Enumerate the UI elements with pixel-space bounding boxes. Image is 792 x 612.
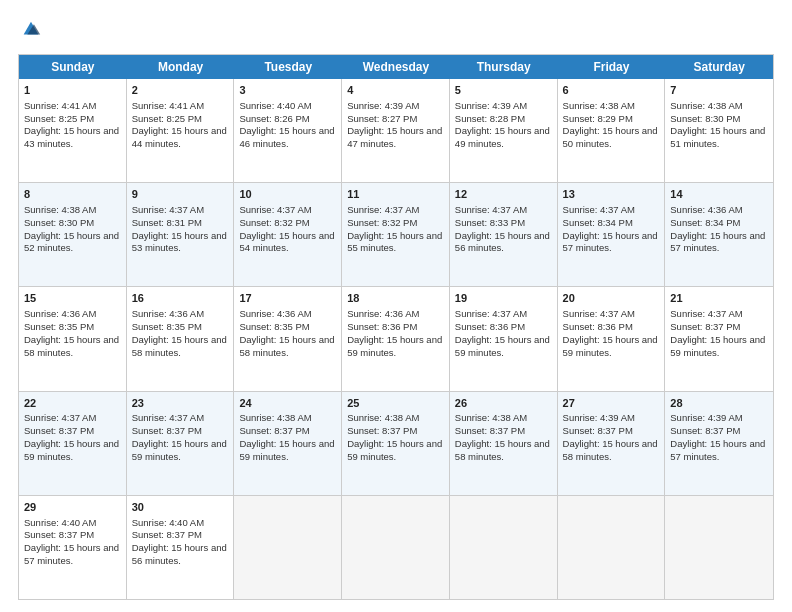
sunset-text: Sunset: 8:27 PM xyxy=(347,113,417,124)
sunset-text: Sunset: 8:37 PM xyxy=(132,425,202,436)
header-day-tuesday: Tuesday xyxy=(234,55,342,79)
day-cell-15: 15Sunrise: 4:36 AMSunset: 8:35 PMDayligh… xyxy=(19,287,127,390)
sunrise-text: Sunrise: 4:37 AM xyxy=(132,204,204,215)
calendar-row-2: 8Sunrise: 4:38 AMSunset: 8:30 PMDaylight… xyxy=(19,183,773,287)
sunset-text: Sunset: 8:37 PM xyxy=(347,425,417,436)
day-number: 17 xyxy=(239,291,336,306)
sunset-text: Sunset: 8:28 PM xyxy=(455,113,525,124)
day-cell-12: 12Sunrise: 4:37 AMSunset: 8:33 PMDayligh… xyxy=(450,183,558,286)
sunrise-text: Sunrise: 4:38 AM xyxy=(455,412,527,423)
sunset-text: Sunset: 8:32 PM xyxy=(239,217,309,228)
header-day-monday: Monday xyxy=(127,55,235,79)
calendar-row-1: 1Sunrise: 4:41 AMSunset: 8:25 PMDaylight… xyxy=(19,79,773,183)
day-cell-23: 23Sunrise: 4:37 AMSunset: 8:37 PMDayligh… xyxy=(127,392,235,495)
day-number: 11 xyxy=(347,187,444,202)
daylight-text: Daylight: 15 hours and 59 minutes. xyxy=(239,438,334,462)
calendar-header: SundayMondayTuesdayWednesdayThursdayFrid… xyxy=(19,55,773,79)
sunrise-text: Sunrise: 4:41 AM xyxy=(132,100,204,111)
daylight-text: Daylight: 15 hours and 59 minutes. xyxy=(24,438,119,462)
sunset-text: Sunset: 8:35 PM xyxy=(24,321,94,332)
day-cell-21: 21Sunrise: 4:37 AMSunset: 8:37 PMDayligh… xyxy=(665,287,773,390)
sunrise-text: Sunrise: 4:36 AM xyxy=(132,308,204,319)
sunrise-text: Sunrise: 4:39 AM xyxy=(455,100,527,111)
daylight-text: Daylight: 15 hours and 58 minutes. xyxy=(24,334,119,358)
day-number: 10 xyxy=(239,187,336,202)
daylight-text: Daylight: 15 hours and 43 minutes. xyxy=(24,125,119,149)
day-cell-2: 2Sunrise: 4:41 AMSunset: 8:25 PMDaylight… xyxy=(127,79,235,182)
sunset-text: Sunset: 8:34 PM xyxy=(670,217,740,228)
daylight-text: Daylight: 15 hours and 59 minutes. xyxy=(455,334,550,358)
daylight-text: Daylight: 15 hours and 55 minutes. xyxy=(347,230,442,254)
daylight-text: Daylight: 15 hours and 58 minutes. xyxy=(563,438,658,462)
sunset-text: Sunset: 8:36 PM xyxy=(347,321,417,332)
day-cell-26: 26Sunrise: 4:38 AMSunset: 8:37 PMDayligh… xyxy=(450,392,558,495)
daylight-text: Daylight: 15 hours and 46 minutes. xyxy=(239,125,334,149)
sunset-text: Sunset: 8:30 PM xyxy=(24,217,94,228)
calendar-row-5: 29Sunrise: 4:40 AMSunset: 8:37 PMDayligh… xyxy=(19,496,773,599)
day-cell-16: 16Sunrise: 4:36 AMSunset: 8:35 PMDayligh… xyxy=(127,287,235,390)
day-number: 24 xyxy=(239,396,336,411)
calendar: SundayMondayTuesdayWednesdayThursdayFrid… xyxy=(18,54,774,600)
daylight-text: Daylight: 15 hours and 59 minutes. xyxy=(563,334,658,358)
day-number: 16 xyxy=(132,291,229,306)
sunset-text: Sunset: 8:29 PM xyxy=(563,113,633,124)
day-number: 13 xyxy=(563,187,660,202)
sunset-text: Sunset: 8:32 PM xyxy=(347,217,417,228)
day-number: 23 xyxy=(132,396,229,411)
sunrise-text: Sunrise: 4:40 AM xyxy=(132,517,204,528)
header xyxy=(18,18,774,44)
sunrise-text: Sunrise: 4:39 AM xyxy=(670,412,742,423)
daylight-text: Daylight: 15 hours and 57 minutes. xyxy=(670,438,765,462)
daylight-text: Daylight: 15 hours and 59 minutes. xyxy=(347,334,442,358)
day-number: 30 xyxy=(132,500,229,515)
daylight-text: Daylight: 15 hours and 56 minutes. xyxy=(455,230,550,254)
logo xyxy=(18,18,42,44)
day-number: 14 xyxy=(670,187,768,202)
sunrise-text: Sunrise: 4:37 AM xyxy=(455,204,527,215)
sunrise-text: Sunrise: 4:37 AM xyxy=(670,308,742,319)
day-cell-17: 17Sunrise: 4:36 AMSunset: 8:35 PMDayligh… xyxy=(234,287,342,390)
daylight-text: Daylight: 15 hours and 58 minutes. xyxy=(132,334,227,358)
daylight-text: Daylight: 15 hours and 58 minutes. xyxy=(455,438,550,462)
day-cell-19: 19Sunrise: 4:37 AMSunset: 8:36 PMDayligh… xyxy=(450,287,558,390)
day-cell-4: 4Sunrise: 4:39 AMSunset: 8:27 PMDaylight… xyxy=(342,79,450,182)
header-day-saturday: Saturday xyxy=(665,55,773,79)
daylight-text: Daylight: 15 hours and 57 minutes. xyxy=(563,230,658,254)
header-day-wednesday: Wednesday xyxy=(342,55,450,79)
sunrise-text: Sunrise: 4:38 AM xyxy=(670,100,742,111)
day-number: 9 xyxy=(132,187,229,202)
day-cell-25: 25Sunrise: 4:38 AMSunset: 8:37 PMDayligh… xyxy=(342,392,450,495)
day-cell-28: 28Sunrise: 4:39 AMSunset: 8:37 PMDayligh… xyxy=(665,392,773,495)
day-number: 29 xyxy=(24,500,121,515)
day-number: 4 xyxy=(347,83,444,98)
sunset-text: Sunset: 8:33 PM xyxy=(455,217,525,228)
daylight-text: Daylight: 15 hours and 44 minutes. xyxy=(132,125,227,149)
day-cell-10: 10Sunrise: 4:37 AMSunset: 8:32 PMDayligh… xyxy=(234,183,342,286)
empty-cell xyxy=(665,496,773,599)
day-number: 28 xyxy=(670,396,768,411)
daylight-text: Daylight: 15 hours and 58 minutes. xyxy=(239,334,334,358)
day-cell-27: 27Sunrise: 4:39 AMSunset: 8:37 PMDayligh… xyxy=(558,392,666,495)
daylight-text: Daylight: 15 hours and 52 minutes. xyxy=(24,230,119,254)
day-cell-3: 3Sunrise: 4:40 AMSunset: 8:26 PMDaylight… xyxy=(234,79,342,182)
day-cell-18: 18Sunrise: 4:36 AMSunset: 8:36 PMDayligh… xyxy=(342,287,450,390)
day-cell-11: 11Sunrise: 4:37 AMSunset: 8:32 PMDayligh… xyxy=(342,183,450,286)
daylight-text: Daylight: 15 hours and 57 minutes. xyxy=(670,230,765,254)
day-cell-6: 6Sunrise: 4:38 AMSunset: 8:29 PMDaylight… xyxy=(558,79,666,182)
day-cell-22: 22Sunrise: 4:37 AMSunset: 8:37 PMDayligh… xyxy=(19,392,127,495)
sunrise-text: Sunrise: 4:37 AM xyxy=(239,204,311,215)
daylight-text: Daylight: 15 hours and 49 minutes. xyxy=(455,125,550,149)
daylight-text: Daylight: 15 hours and 59 minutes. xyxy=(132,438,227,462)
calendar-body: 1Sunrise: 4:41 AMSunset: 8:25 PMDaylight… xyxy=(19,79,773,599)
daylight-text: Daylight: 15 hours and 50 minutes. xyxy=(563,125,658,149)
sunrise-text: Sunrise: 4:37 AM xyxy=(24,412,96,423)
empty-cell xyxy=(558,496,666,599)
day-cell-24: 24Sunrise: 4:38 AMSunset: 8:37 PMDayligh… xyxy=(234,392,342,495)
header-day-thursday: Thursday xyxy=(450,55,558,79)
daylight-text: Daylight: 15 hours and 59 minutes. xyxy=(670,334,765,358)
sunset-text: Sunset: 8:25 PM xyxy=(24,113,94,124)
sunset-text: Sunset: 8:35 PM xyxy=(239,321,309,332)
day-cell-9: 9Sunrise: 4:37 AMSunset: 8:31 PMDaylight… xyxy=(127,183,235,286)
sunset-text: Sunset: 8:34 PM xyxy=(563,217,633,228)
day-cell-13: 13Sunrise: 4:37 AMSunset: 8:34 PMDayligh… xyxy=(558,183,666,286)
